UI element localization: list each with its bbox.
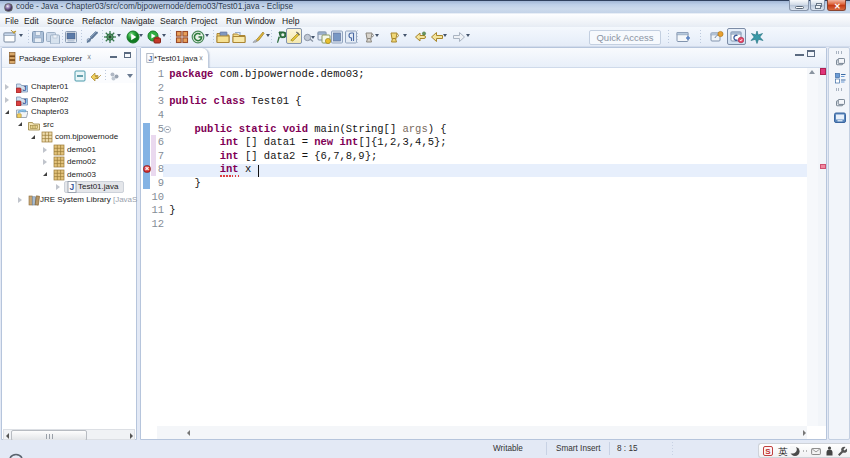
svg-text:J: J [22, 96, 26, 105]
svg-text:J: J [70, 182, 75, 192]
svg-text:J: J [148, 54, 152, 63]
svg-text:J: J [22, 84, 26, 93]
